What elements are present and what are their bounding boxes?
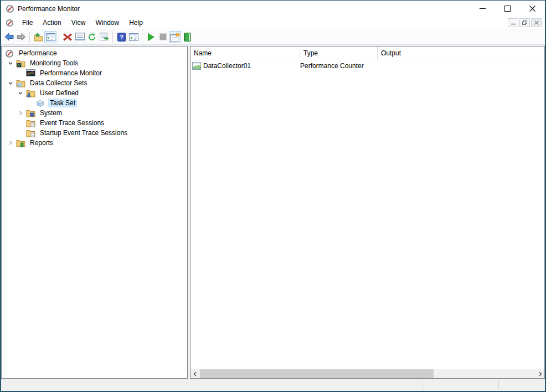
export-folder-button[interactable] xyxy=(32,31,44,43)
show-action-pane-icon xyxy=(129,33,138,41)
chevron-collapsed-icon[interactable] xyxy=(15,109,26,117)
chevron-expanded-icon[interactable] xyxy=(15,89,26,97)
view-log-data-button[interactable] xyxy=(181,31,193,43)
forward-icon xyxy=(17,33,26,41)
view-latest-report-icon xyxy=(170,33,180,42)
back-button[interactable] xyxy=(3,31,15,43)
status-bar xyxy=(1,379,545,391)
cube-icon xyxy=(36,99,45,107)
main-area: Performance Monitoring Tools xyxy=(1,45,545,379)
results-list-pane: Name Type Output DataCollector01 Perform xyxy=(190,46,545,379)
toolbar-separator xyxy=(112,32,113,43)
forward-button[interactable] xyxy=(15,31,27,43)
chevron-collapsed-icon[interactable] xyxy=(5,138,16,147)
stop-icon xyxy=(159,33,167,40)
svg-text:01: 01 xyxy=(32,124,34,126)
help-button[interactable]: ? xyxy=(115,31,127,43)
svg-text:01: 01 xyxy=(32,134,34,136)
tree-item-label: Monitoring Tools xyxy=(28,59,80,68)
minimize-button[interactable] xyxy=(470,1,495,17)
tree-item-event-trace-sessions[interactable]: 10 01 Event Trace Sessions xyxy=(2,118,187,128)
menu-help[interactable]: Help xyxy=(124,17,148,28)
chevron-empty xyxy=(15,118,26,127)
scrollbar-track[interactable] xyxy=(199,369,535,378)
tree-item-user-defined[interactable]: User Defined xyxy=(2,88,187,98)
stop-data-collector-button[interactable] xyxy=(157,31,169,43)
toolbar-separator xyxy=(59,32,59,43)
column-header-type[interactable]: Type xyxy=(300,47,378,60)
column-header-output[interactable]: Output xyxy=(378,47,544,60)
list-header: Name Type Output xyxy=(190,47,544,60)
list-row-datacollector01[interactable]: DataCollector01 Performance Counter xyxy=(190,60,544,71)
tree-item-label: User Defined xyxy=(38,89,80,97)
perfmon-icon xyxy=(5,49,14,58)
menu-view[interactable]: View xyxy=(66,17,91,28)
folder-cube-icon xyxy=(16,79,25,87)
export-folder-icon xyxy=(34,33,43,42)
toolbar-separator xyxy=(29,32,30,43)
tree-item-system[interactable]: System xyxy=(2,108,187,118)
close-button[interactable] xyxy=(520,1,545,17)
list-cell-type: Performance Counter xyxy=(300,62,378,70)
tree-item-data-collector-sets[interactable]: Data Collector Sets xyxy=(2,78,187,88)
chevron-empty xyxy=(15,128,26,137)
data-collector-icon xyxy=(192,62,201,70)
status-bar-divider xyxy=(498,381,499,389)
folder-monitoring-icon xyxy=(16,59,25,68)
title-bar: Performance Monitor xyxy=(1,1,545,17)
perfmon-menu-icon xyxy=(6,19,14,27)
performance-monitor-window: Performance Monitor File Action View Win… xyxy=(0,0,546,392)
scroll-left-button[interactable] xyxy=(190,369,199,378)
refresh-button[interactable] xyxy=(86,31,98,43)
properties-icon xyxy=(75,33,85,41)
folder-trace-icon: 10 01 xyxy=(26,129,35,137)
menu-action[interactable]: Action xyxy=(38,17,66,28)
tree-item-task-set[interactable]: Task Set xyxy=(2,98,187,108)
toolbar-separator xyxy=(142,32,142,43)
tree-item-reports[interactable]: Reports xyxy=(2,138,187,148)
horizontal-scrollbar[interactable] xyxy=(190,369,544,378)
export-list-button[interactable] xyxy=(98,31,110,43)
menu-bar: File Action View Window Help xyxy=(1,17,545,29)
tree-item-label: Performance Monitor xyxy=(38,69,104,78)
menu-window[interactable]: Window xyxy=(91,17,125,28)
chevron-empty xyxy=(15,69,26,78)
show-action-pane-button[interactable] xyxy=(127,31,140,43)
show-console-tree-button[interactable] xyxy=(44,31,56,43)
view-latest-report-button[interactable] xyxy=(169,31,181,43)
folder-report-icon xyxy=(16,139,25,147)
perfmon-app-icon xyxy=(6,4,14,13)
delete-icon xyxy=(63,33,72,41)
start-icon xyxy=(147,33,155,42)
delete-button[interactable] xyxy=(61,31,74,43)
maximize-button[interactable] xyxy=(495,1,520,17)
tree-item-monitoring-tools[interactable]: Monitoring Tools xyxy=(2,58,187,68)
tree-item-performance-monitor[interactable]: Performance Monitor xyxy=(2,68,187,78)
view-log-data-icon xyxy=(183,33,192,42)
status-bar-divider xyxy=(424,381,424,389)
scrollbar-thumb[interactable] xyxy=(200,369,434,378)
tree-item-performance[interactable]: Performance xyxy=(2,48,187,58)
menu-file[interactable]: File xyxy=(17,17,38,28)
show-console-tree-icon xyxy=(46,33,55,41)
svg-text:?: ? xyxy=(120,34,123,40)
window-title: Performance Monitor xyxy=(18,5,470,13)
export-list-icon xyxy=(100,33,109,41)
properties-button[interactable] xyxy=(74,31,86,43)
tree-item-label: Reports xyxy=(28,138,55,147)
tree-item-label: System xyxy=(38,109,64,117)
tree-item-startup-event-trace-sessions[interactable]: 10 01 Startup Event Trace Sessions xyxy=(2,128,187,138)
scroll-right-button[interactable] xyxy=(535,369,544,378)
mdi-close-button[interactable] xyxy=(531,18,542,27)
folder-user-icon xyxy=(26,89,35,97)
chevron-expanded-icon[interactable] xyxy=(5,59,16,68)
column-header-name[interactable]: Name xyxy=(190,47,300,60)
performance-chart-icon xyxy=(26,69,35,78)
chevron-empty xyxy=(25,99,36,107)
folder-system-icon xyxy=(26,109,35,117)
tree-item-label: Event Trace Sessions xyxy=(38,118,106,127)
mdi-restore-button[interactable] xyxy=(519,18,530,27)
mdi-minimize-button[interactable] xyxy=(508,18,518,27)
chevron-expanded-icon[interactable] xyxy=(5,79,16,87)
start-data-collector-button[interactable] xyxy=(145,31,157,43)
